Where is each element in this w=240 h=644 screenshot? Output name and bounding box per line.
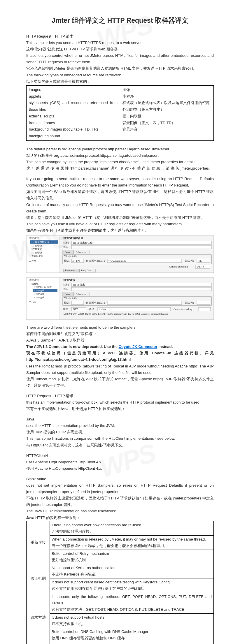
text-line: The following types of embedded resource… <box>26 72 214 78</box>
text-line: 默认的解析器是 org.apache.jmeter.protocol.http.… <box>26 152 214 159</box>
svg-text:HTTP Cookie管理: HTTP Cookie管理 <box>34 286 52 288</box>
text-line: The default parser is org.apache.jmeter.… <box>26 146 214 152</box>
svg-text:注释:: 注释: <box>63 246 69 249</box>
blank-value-section: Blank Value does not set implementation … <box>26 476 214 521</box>
svg-text:工作台: 工作台 <box>29 301 36 304</box>
text-line: uses Apache HttpComponents HttpClient 4.… <box>26 459 214 465</box>
svg-rect-73 <box>198 307 211 311</box>
svg-text:HTTP请求: HTTP请求 <box>34 289 44 292</box>
limit-cell: Better control on DNS Caching with DNS C… <box>50 628 214 642</box>
text-line: This has some limitations in comparison … <box>26 435 214 442</box>
svg-text:协议:: 协议: <box>64 301 70 304</box>
text-line: this has an implementation drop-down box… <box>26 399 214 406</box>
svg-rect-50 <box>71 283 211 286</box>
svg-text:线程组: 线程组 <box>31 282 38 285</box>
document-page: WPS WPS WPS Jmter 组件译文之 HTTP Request 取样器… <box>0 0 240 644</box>
svg-rect-53 <box>71 287 211 291</box>
svg-text:端口号:: 端口号: <box>185 301 194 304</box>
svg-text:协议:: 协议: <box>64 259 70 262</box>
svg-text:443: 443 <box>198 259 202 262</box>
text-line: There are two different test elements us… <box>26 324 214 331</box>
text-line: 使用 Apache HttpComponents HttpClient 4.x. <box>26 465 214 472</box>
text-line: 它有一个实现选项下拉框，用于选择 HTTP 协议实现选项： <box>26 406 214 412</box>
text-line: 与 HttpClient 实现选项相比，这有一些局限性-请参见下文。 <box>26 442 214 448</box>
svg-text:路径:: 路径: <box>89 308 95 311</box>
coyote-jk-link[interactable]: Coyote JK Connector <box>119 344 157 349</box>
text-line: This can save you time if you have a lot… <box>26 221 214 227</box>
text-line: HTTPClient4 <box>26 453 214 459</box>
svg-text:HTTP请求默认值: HTTP请求默认值 <box>31 241 49 243</box>
svg-text:HTTP请求: HTTP请求 <box>31 251 42 254</box>
svg-text:Basic: Basic <box>65 293 71 295</box>
svg-text:Web服务器: Web服务器 <box>64 255 77 258</box>
svg-text:HTTP请求: HTTP请求 <box>31 244 42 247</box>
text-line: HTTP Request HTTP 请求 <box>26 33 214 40</box>
svg-text:查看结果树: 查看结果树 <box>31 255 43 258</box>
svg-text:服务器名称或IP:: 服务器名称或IP: <box>86 301 105 304</box>
svg-text:Web服务器: Web服务器 <box>64 297 77 300</box>
text-line: Or, instead of manually adding HTTP Requ… <box>26 202 214 214</box>
text-line: 有两种不同的测试组件被定义为"取样器"： <box>26 331 214 337</box>
text-line: does not set implementation on HTTP Samp… <box>26 482 214 495</box>
svg-rect-65 <box>197 301 210 305</box>
ajp-deprecation-line: The AJP/1.3 Connector is now deprecated.… <box>26 344 214 350</box>
text-line: 如果要向同一个 Web 服务器发送多个请求，请考虑使用"HTTP 请求默认值"组… <box>26 189 214 201</box>
text-line: 不在 HTTP 取样器上设置实现选项，因此依赖于"HTTP 请求默认值"（如果存… <box>26 495 214 508</box>
text-line: uses the Tomcat mod_jk protocol (allows … <box>26 363 214 376</box>
limit-header: 验证机制 <box>27 564 50 593</box>
svg-text:HTTP请求: HTTP请求 <box>34 293 44 295</box>
resource-right-cell: 图像 小程序 样式表（层叠式样式表）以及从这些文件引用的资源 外部脚本（第三方脚… <box>120 85 214 140</box>
text-line: HTTP Request HTTP 请求 <box>26 393 214 399</box>
svg-text:测试计划: 测试计划 <box>29 279 38 281</box>
text-line: 这种"取样器"让您发送 HTTP/HTTP 请求到 web 服务器。 <box>26 46 214 52</box>
limit-cell: It does not support virtual hosts.它不支持虚拟… <box>50 613 214 628</box>
text-line: 现在不赞成使用（但是仍然可用）AJP/1.3 连接器。使用 Coyote JK … <box>26 350 214 363</box>
java-section: Java uses the HTTP implementation provid… <box>26 416 214 448</box>
svg-text:服务器名称或IP:: 服务器名称或IP: <box>86 259 105 262</box>
intro-section: HTTP Request HTTP 请求 This sampler lets y… <box>26 33 214 85</box>
svg-text:Parameters: Parameters <box>65 269 76 272</box>
svg-text:Advanced: Advanced <box>76 251 87 254</box>
page-title: Jmter 组件译文之 HTTP Request 取样器译文 <box>26 16 214 25</box>
svg-text:HTTP请求: HTTP请求 <box>63 279 76 281</box>
svg-text:/baidu: /baidu <box>99 308 106 311</box>
text-line: Java <box>26 416 214 423</box>
svg-rect-70 <box>98 307 171 311</box>
text-line: AJP/1.3 Sampler AJP/1.3 取样器 <box>26 337 214 344</box>
limit-header: 请求方法 <box>27 593 50 642</box>
svg-text:GET: GET <box>73 308 78 311</box>
svg-rect-61 <box>71 301 84 305</box>
svg-text:HTTP请求默认值: HTTP请求默认值 <box>73 241 93 244</box>
svg-text:HTTP请求默认值: HTTP请求默认值 <box>63 237 83 240</box>
text-line: 它还允许您控制 JMeter 是否为图像和其他嵌入资源解析 HTML 文件，并发… <box>26 65 214 72</box>
svg-text:HTTP请求: HTTP请求 <box>31 248 42 251</box>
text-line: 这 可 以 通 过 使 用 属 性 "htmlparser.classname"… <box>26 165 214 172</box>
svg-text:端口号:: 端口号: <box>185 259 194 262</box>
jmeter-screenshot-defaults: 测试计划 HTTP请求默认值 HTTP请求 HTTP请求 HTTP请求 查看结果… <box>26 235 214 273</box>
svg-text:方法:: 方法: <box>63 308 69 311</box>
svg-text:UTF-8: UTF-8 <box>197 265 204 268</box>
http-request-section: HTTP Request HTTP 请求 this has an impleme… <box>26 393 214 412</box>
svg-text:注释:: 注释: <box>63 288 69 291</box>
resource-left-cell: images applets stylesheets (CSS) and res… <box>27 85 120 140</box>
limit-cell: It supports only the following methods: … <box>50 593 214 613</box>
svg-rect-63 <box>107 301 182 305</box>
limit-cell: When a connection is released by JMeter,… <box>50 535 214 550</box>
svg-text:Body Data: Body Data <box>81 269 91 272</box>
svg-text:HTTP请求: HTTP请求 <box>73 283 85 286</box>
limit-header <box>27 642 50 644</box>
text-line: If you are going to send multiple reques… <box>26 176 214 189</box>
text-line: Java HTTP 的实现有一些限制： <box>26 515 214 521</box>
limit-cell: The API is best suited to single-threade… <box>50 642 214 644</box>
svg-text:www.baidu.com: www.baidu.com <box>108 259 126 262</box>
svg-text:Content encoding:: Content encoding: <box>174 308 193 311</box>
svg-text:Content encoding:: Content encoding: <box>169 265 188 268</box>
jmeter-screenshot-request: 测试计划 线程组 HTTP Cookie管理 HTTP请求 HTTP请求 HTT… <box>26 277 214 320</box>
limit-cell: Better control of Retry mechanism更好地控制重试… <box>50 550 214 564</box>
svg-text:工作台: 工作台 <box>29 260 36 262</box>
text-line: Blank Value <box>26 476 214 482</box>
text-line: uses the HTTP implementation provided by… <box>26 423 214 429</box>
text-line: 或者，您可能希望使用 JMeter 的 HTTP（S）"测试脚本录制器"来录制这… <box>26 214 214 221</box>
multi-request-section: If you are going to send multiple reques… <box>26 176 214 234</box>
svg-text:名称:: 名称: <box>63 241 69 244</box>
